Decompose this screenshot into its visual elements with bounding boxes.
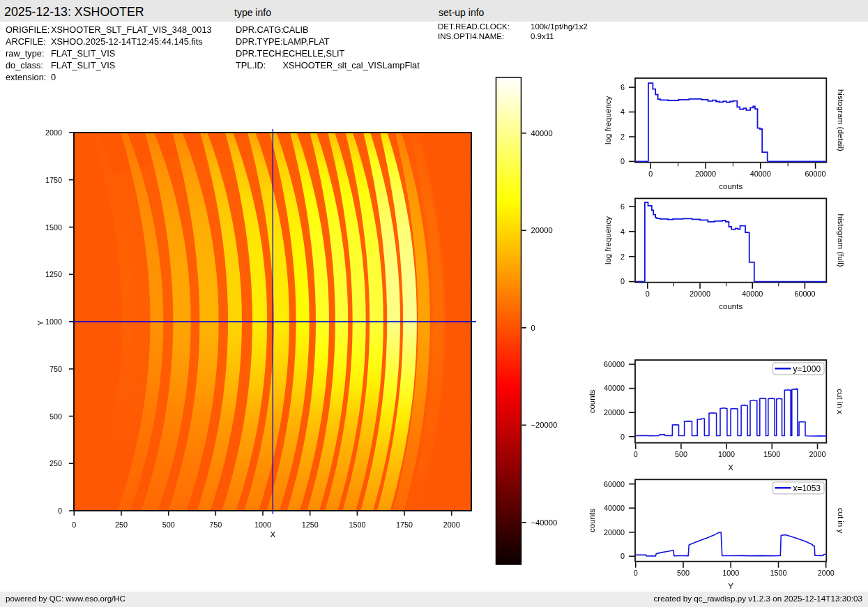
svg-text:4: 4 <box>620 227 625 236</box>
svg-text:counts: counts <box>719 182 743 190</box>
svg-text:40000: 40000 <box>742 290 763 298</box>
svg-text:60000: 60000 <box>794 290 815 298</box>
svg-text:40000: 40000 <box>531 129 553 137</box>
svg-text:log frequency: log frequency <box>604 216 612 264</box>
svg-text:0: 0 <box>58 507 62 515</box>
svg-text:−40000: −40000 <box>531 518 558 527</box>
svg-text:0: 0 <box>72 520 76 529</box>
svg-text:1000: 1000 <box>718 450 735 458</box>
svg-text:0: 0 <box>620 157 625 165</box>
svg-text:cut in y: cut in y <box>837 508 845 534</box>
svg-text:0: 0 <box>648 170 653 178</box>
svg-text:500: 500 <box>675 450 687 458</box>
svg-text:60000: 60000 <box>604 360 625 368</box>
svg-text:40000: 40000 <box>604 504 625 512</box>
svg-text:0: 0 <box>620 277 625 285</box>
svg-text:60000: 60000 <box>604 480 625 488</box>
svg-text:750: 750 <box>209 520 222 529</box>
svg-text:counts: counts <box>588 509 596 532</box>
svg-text:1750: 1750 <box>396 520 413 529</box>
svg-text:0: 0 <box>620 552 625 560</box>
svg-text:0: 0 <box>531 324 535 332</box>
svg-text:counts: counts <box>719 302 743 310</box>
svg-text:40000: 40000 <box>604 384 625 392</box>
svg-text:cut in x: cut in x <box>836 389 844 414</box>
svg-text:2000: 2000 <box>443 520 460 529</box>
svg-text:1250: 1250 <box>45 270 62 278</box>
svg-text:1000: 1000 <box>45 317 62 326</box>
svg-text:0: 0 <box>646 290 650 298</box>
svg-text:X: X <box>728 463 733 472</box>
svg-text:1500: 1500 <box>349 520 365 529</box>
svg-text:1500: 1500 <box>763 450 780 458</box>
svg-text:40000: 40000 <box>750 170 771 178</box>
svg-text:2: 2 <box>620 133 625 141</box>
svg-text:20000: 20000 <box>695 170 716 178</box>
svg-text:2000: 2000 <box>45 128 62 137</box>
svg-text:0: 0 <box>634 569 638 577</box>
svg-text:0: 0 <box>634 450 638 458</box>
svg-text:2000: 2000 <box>809 450 825 458</box>
svg-text:1000: 1000 <box>722 569 739 577</box>
svg-text:y=1000: y=1000 <box>793 364 821 374</box>
svg-text:500: 500 <box>162 520 175 529</box>
svg-text:2: 2 <box>620 253 625 261</box>
svg-text:750: 750 <box>50 365 62 373</box>
svg-text:1750: 1750 <box>45 176 62 184</box>
svg-text:1500: 1500 <box>45 223 62 232</box>
svg-text:2000: 2000 <box>818 569 835 577</box>
svg-text:20000: 20000 <box>604 408 625 417</box>
svg-text:250: 250 <box>115 520 128 529</box>
svg-text:x=1053: x=1053 <box>793 484 821 493</box>
svg-text:counts: counts <box>588 389 596 413</box>
svg-text:X: X <box>270 530 275 539</box>
svg-text:20000: 20000 <box>531 226 553 234</box>
svg-text:Y: Y <box>728 582 733 590</box>
svg-text:6: 6 <box>620 202 625 211</box>
svg-text:20000: 20000 <box>690 290 710 298</box>
svg-text:4: 4 <box>620 107 625 116</box>
svg-text:Y: Y <box>36 320 45 326</box>
svg-text:20000: 20000 <box>604 528 625 537</box>
svg-text:6: 6 <box>620 83 625 91</box>
svg-text:500: 500 <box>677 569 690 577</box>
svg-text:histogram (detail): histogram (detail) <box>837 89 845 151</box>
svg-text:−20000: −20000 <box>531 421 558 429</box>
svg-text:log frequency: log frequency <box>604 96 612 144</box>
svg-text:1250: 1250 <box>302 520 319 529</box>
svg-text:0: 0 <box>620 433 625 441</box>
svg-text:1500: 1500 <box>770 569 786 577</box>
svg-text:60000: 60000 <box>805 170 826 178</box>
svg-text:histogram (full): histogram (full) <box>837 214 845 267</box>
svg-text:250: 250 <box>50 459 62 467</box>
svg-text:1000: 1000 <box>254 520 271 529</box>
svg-text:500: 500 <box>50 412 62 421</box>
